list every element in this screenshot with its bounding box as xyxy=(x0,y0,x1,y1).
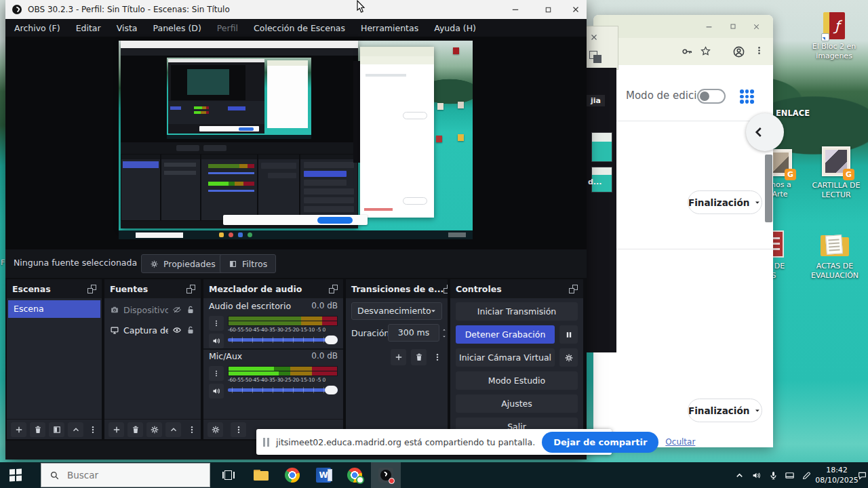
popout-icon[interactable] xyxy=(569,285,578,293)
obs-preview-canvas[interactable] xyxy=(5,37,587,249)
properties-button[interactable]: Propiedades xyxy=(141,254,224,273)
duration-stepper[interactable] xyxy=(441,324,450,342)
channel-menu-button[interactable] xyxy=(209,316,224,331)
popout-icon[interactable] xyxy=(329,285,338,293)
password-key-icon[interactable] xyxy=(681,45,693,58)
mixer-panel-header[interactable]: Mezclador de audio xyxy=(203,279,343,298)
scene-list-item-selected[interactable]: Escena xyxy=(8,300,100,318)
browser-close-button[interactable] xyxy=(747,20,765,33)
add-source-button[interactable] xyxy=(108,422,124,437)
desktop-icon-cartilla[interactable]: G CARTILLA DE LECTUR xyxy=(822,146,865,200)
add-transition-button[interactable] xyxy=(391,349,406,365)
browser-minimize-button[interactable] xyxy=(700,20,717,33)
remove-source-button[interactable] xyxy=(127,422,143,437)
mixer-menu-button[interactable] xyxy=(231,422,246,437)
controls-panel-header[interactable]: Controles xyxy=(450,279,583,298)
browser-menu-icon[interactable] xyxy=(754,45,764,58)
action-center-icon[interactable] xyxy=(856,462,868,488)
filters-button[interactable]: Filtros xyxy=(220,254,276,273)
tray-chevron-icon[interactable] xyxy=(731,462,747,488)
duration-value-field[interactable]: 300 ms xyxy=(388,324,439,342)
menu-herramientas[interactable]: Herramientas xyxy=(361,23,418,33)
tray-microphone-icon[interactable] xyxy=(765,462,781,488)
add-scene-button[interactable] xyxy=(11,422,26,437)
scenes-panel-header[interactable]: Escenas xyxy=(7,279,102,298)
finalization-dropdown-top[interactable]: Finalización xyxy=(688,190,762,214)
task-view-button[interactable] xyxy=(214,462,243,488)
apps-grid-icon[interactable] xyxy=(740,89,754,104)
chrome-sharing-button[interactable] xyxy=(340,462,370,488)
tray-volume-icon[interactable] xyxy=(748,462,764,488)
virtual-camera-settings-button[interactable] xyxy=(559,348,578,367)
remove-scene-button[interactable] xyxy=(30,422,45,437)
finalization-dropdown-bottom[interactable]: Finalización xyxy=(688,399,762,422)
sources-menu-button[interactable] xyxy=(187,422,197,437)
source-row-device[interactable]: Dispositivo xyxy=(104,301,201,319)
sidebar-collapse-tab[interactable] xyxy=(746,113,784,151)
start-streaming-button[interactable]: Iniciar Transmisión xyxy=(456,302,578,321)
stop-sharing-button[interactable]: Dejar de compartir xyxy=(542,432,658,453)
lock-icon[interactable] xyxy=(186,325,195,335)
profile-avatar-icon[interactable] xyxy=(732,45,745,58)
popout-icon[interactable] xyxy=(186,285,195,293)
transition-select[interactable]: Desvanecimiento xyxy=(351,302,442,320)
menu-archivo[interactable]: Archivo (F) xyxy=(14,23,60,33)
settings-button[interactable]: Ajustes xyxy=(456,394,578,413)
advanced-audio-button[interactable] xyxy=(208,422,223,437)
bookmark-star-icon[interactable] xyxy=(700,45,712,58)
menu-perfil[interactable]: Perfil xyxy=(217,23,238,33)
menu-editar[interactable]: Editar xyxy=(76,23,101,33)
obs-close-button[interactable] xyxy=(564,0,587,19)
menu-ayuda[interactable]: Ayuda (H) xyxy=(434,23,476,33)
mute-speaker-button[interactable] xyxy=(209,384,224,399)
taskbar-search-box[interactable] xyxy=(41,463,210,487)
video-thumbnail[interactable] xyxy=(591,132,612,162)
menu-vista[interactable]: Vista xyxy=(117,23,138,33)
desktop-icon-actas[interactable]: ACTAS DE EVALUACIÓN xyxy=(821,233,866,281)
transitions-panel-header[interactable]: Transiciones de e... xyxy=(346,279,448,298)
studio-mode-button[interactable]: Modo Estudio xyxy=(456,371,578,390)
tray-display-icon[interactable] xyxy=(781,462,797,488)
desktop-icon-genially[interactable]: G mos a Arte xyxy=(769,149,800,199)
obs-maximize-button[interactable] xyxy=(536,0,559,19)
tray-pen-icon[interactable] xyxy=(798,462,814,488)
remove-transition-button[interactable] xyxy=(411,349,427,365)
eye-off-icon[interactable] xyxy=(172,305,182,314)
word-button[interactable]: W xyxy=(309,462,338,488)
mute-speaker-button[interactable] xyxy=(209,333,224,348)
start-button[interactable] xyxy=(0,462,31,488)
volume-slider[interactable] xyxy=(228,335,338,344)
obs-taskbar-button[interactable] xyxy=(371,462,401,488)
move-source-up-button[interactable] xyxy=(165,422,181,437)
lock-icon[interactable] xyxy=(186,305,195,314)
pause-bars-icon[interactable] xyxy=(263,438,269,447)
transitions-menu-button[interactable] xyxy=(433,349,442,365)
scrollbar[interactable] xyxy=(765,155,772,222)
close-icon[interactable] xyxy=(589,32,599,41)
edit-mode-toggle[interactable] xyxy=(697,89,726,104)
file-explorer-button[interactable] xyxy=(246,462,276,488)
move-scene-up-button[interactable] xyxy=(68,422,83,437)
hide-link[interactable]: Ocultar xyxy=(665,437,695,447)
pause-recording-button[interactable] xyxy=(559,325,578,344)
channel-menu-button[interactable] xyxy=(209,366,224,381)
sources-panel-header[interactable]: Fuentes xyxy=(104,279,201,298)
popout-icon[interactable] xyxy=(443,285,448,293)
source-properties-button[interactable] xyxy=(146,422,162,437)
stop-recording-button[interactable]: Detener Grabación xyxy=(456,325,555,344)
start-virtual-camera-button[interactable]: Iniciar Cámara Virtual xyxy=(456,348,555,367)
scene-filters-button[interactable] xyxy=(49,422,64,437)
desktop-icon-flash[interactable]: ƒ El Bloc 2 en imagenes xyxy=(806,12,863,61)
obs-titlebar[interactable]: OBS 30.2.3 - Perfil: Sin Título - Escena… xyxy=(5,0,587,19)
menu-paneles[interactable]: Paneles (D) xyxy=(153,23,201,33)
taskbar-clock[interactable]: 18:42 08/10/2025 xyxy=(815,465,859,485)
browser-maximize-button[interactable] xyxy=(724,20,742,33)
chrome-button[interactable] xyxy=(277,462,307,488)
scenes-menu-button[interactable] xyxy=(88,422,98,437)
translate-icon[interactable] xyxy=(589,51,601,63)
popout-icon[interactable] xyxy=(87,285,96,293)
search-input[interactable] xyxy=(66,469,181,481)
volume-slider[interactable] xyxy=(228,385,338,394)
menu-coleccion[interactable]: Colección de Escenas xyxy=(254,23,345,33)
eye-icon[interactable] xyxy=(172,325,182,335)
